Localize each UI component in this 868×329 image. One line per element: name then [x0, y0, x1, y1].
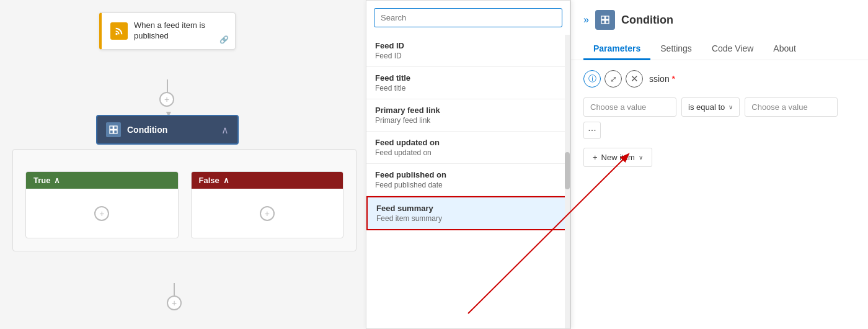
- condition-expression-row: Choose a value is equal to ∨ Choose a va…: [583, 97, 856, 139]
- info-button[interactable]: ⓘ: [583, 70, 601, 88]
- panel-tabs: Parameters Settings Code View About: [583, 38, 856, 60]
- svg-rect-1: [110, 126, 113, 129]
- new-item-chevron-icon: ∨: [639, 154, 643, 161]
- svg-rect-9: [601, 20, 604, 24]
- dropdown-item-3[interactable]: Feed updated onFeed updated on: [366, 132, 570, 164]
- true-collapse-icon: ∧: [54, 176, 60, 185]
- true-branch-body: +: [26, 189, 178, 238]
- false-collapse-icon: ∧: [223, 176, 229, 185]
- condition-label: Condition: [127, 125, 215, 135]
- scrollbar-thumb[interactable]: [565, 152, 570, 189]
- false-branch-header[interactable]: False ∧: [192, 172, 343, 189]
- more-options-button[interactable]: ···: [583, 122, 601, 139]
- svg-rect-4: [114, 130, 117, 133]
- dropdown-item-1[interactable]: Feed titleFeed title: [366, 67, 570, 99]
- required-indicator: *: [672, 74, 675, 84]
- choose-value-left[interactable]: Choose a value: [583, 97, 676, 117]
- dropdown-item-5[interactable]: Feed summaryFeed item summary: [366, 196, 570, 230]
- false-branch-body: +: [192, 189, 343, 238]
- trigger-label: When a feed item is published: [134, 20, 226, 42]
- true-branch: True ∧ +: [25, 171, 179, 238]
- trigger-node[interactable]: When a feed item is published 🔗: [99, 12, 236, 50]
- connector-line-2: [174, 283, 175, 295]
- expand-icon[interactable]: »: [583, 14, 589, 25]
- svg-point-0: [115, 33, 117, 35]
- operator-dropdown[interactable]: is equal to ∨: [681, 97, 740, 117]
- svg-rect-10: [606, 20, 609, 24]
- link-icon: 🔗: [219, 35, 229, 44]
- new-item-button[interactable]: + New item ∨: [583, 148, 652, 167]
- branches-container: True ∧ + False ∧ +: [12, 149, 356, 251]
- choose-value-right[interactable]: Choose a value: [745, 97, 838, 117]
- scrollbar-track: [565, 35, 570, 328]
- add-step-button-1[interactable]: +: [159, 92, 174, 107]
- svg-rect-3: [110, 130, 113, 133]
- action-row: ⓘ ⤢ ✕ ssion *: [583, 70, 856, 88]
- dropdown-item-2[interactable]: Primary feed linkPrimary feed link: [366, 99, 570, 132]
- chevron-down-icon: ∨: [728, 104, 733, 110]
- section-suffix: ssion *: [649, 74, 675, 84]
- fullscreen-button[interactable]: ⤢: [604, 70, 622, 88]
- panel-icon: [595, 10, 615, 30]
- add-step-button-bottom[interactable]: +: [167, 295, 182, 310]
- dropdown-panel: Feed IDFeed IDFeed titleFeed titlePrimar…: [366, 0, 570, 329]
- svg-rect-8: [606, 16, 609, 19]
- add-true-step-button[interactable]: +: [94, 206, 109, 221]
- false-label: False: [199, 176, 219, 185]
- close-button[interactable]: ✕: [626, 70, 643, 88]
- tab-codeview[interactable]: Code View: [702, 38, 763, 60]
- svg-rect-2: [114, 126, 117, 129]
- panel-title-row: » Condition: [583, 10, 856, 30]
- collapse-icon[interactable]: ∧: [221, 124, 229, 136]
- tab-settings[interactable]: Settings: [650, 38, 702, 60]
- rss-icon: [110, 22, 128, 40]
- flow-canvas: When a feed item is published 🔗 + ▼ Cond…: [0, 0, 366, 329]
- true-label: True: [33, 176, 50, 185]
- true-branch-header[interactable]: True ∧: [26, 172, 178, 189]
- dropdown-item-4[interactable]: Feed published onFeed published date: [366, 164, 570, 196]
- false-branch: False ∧ +: [191, 171, 344, 238]
- plus-icon: +: [593, 153, 598, 162]
- add-false-step-button[interactable]: +: [260, 206, 275, 221]
- panel-body: ⓘ ⤢ ✕ ssion * Choose a value is equal to…: [571, 60, 868, 329]
- dropdown-list: Feed IDFeed IDFeed titleFeed titlePrimar…: [366, 35, 570, 325]
- panel-title: Condition: [621, 14, 673, 27]
- condition-icon: [106, 122, 121, 137]
- add-bottom-button[interactable]: +: [167, 295, 182, 310]
- right-panel: » Condition Parameters Settings Code Vie…: [570, 0, 868, 329]
- tab-about[interactable]: About: [763, 38, 806, 60]
- panel-header: » Condition Parameters Settings Code Vie…: [571, 0, 868, 60]
- search-input[interactable]: [374, 8, 562, 27]
- dropdown-item-0[interactable]: Feed IDFeed ID: [366, 35, 570, 67]
- condition-node[interactable]: Condition ∧: [96, 115, 239, 145]
- svg-rect-7: [601, 16, 604, 19]
- tab-parameters[interactable]: Parameters: [583, 38, 650, 60]
